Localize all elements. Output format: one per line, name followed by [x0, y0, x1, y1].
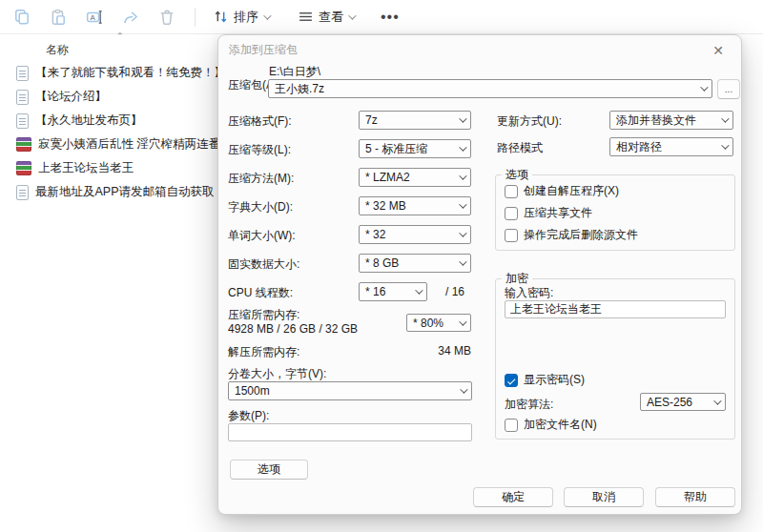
- word-size-select[interactable]: * 32: [359, 225, 471, 244]
- chevron-down-icon: [459, 143, 466, 151]
- encryption-method-label: 加密算法:: [505, 397, 553, 413]
- dictionary-select[interactable]: * 32 MB: [359, 196, 471, 215]
- file-list: 【来了就能下载和观看！纯免费！】 【论坛介绍】 【永久地址发布页】 寂寞小姨酒后…: [0, 61, 215, 204]
- show-password-checkbox[interactable]: 显示密码(S): [505, 372, 585, 388]
- list-item[interactable]: 最新地址及APP请发邮箱自动获取！！！: [0, 180, 215, 204]
- checkbox-icon[interactable]: [505, 374, 518, 387]
- level-select[interactable]: 5 - 标准压缩: [359, 139, 471, 158]
- level-label: 压缩等级(L):: [228, 142, 291, 158]
- sort-ascending-indicator: ⌃: [116, 31, 124, 41]
- compress-shared-checkbox[interactable]: 压缩共享文件: [505, 205, 592, 221]
- delete-icon[interactable]: [152, 4, 182, 31]
- chevron-down-icon: [721, 114, 729, 122]
- chevron-down-icon: [459, 317, 466, 325]
- update-mode-label: 更新方式(U):: [497, 113, 562, 130]
- sort-icon: [213, 9, 229, 25]
- path-mode-label: 路径模式: [497, 140, 543, 156]
- memory-decompress-label: 解压所需内存:: [228, 344, 299, 360]
- options-button[interactable]: 选项: [230, 460, 308, 480]
- solid-block-select[interactable]: * 8 GB: [359, 254, 471, 273]
- cpu-threads-label: CPU 线程数:: [228, 285, 293, 301]
- password-label: 输入密码:: [505, 285, 553, 301]
- list-item[interactable]: 上老王论坛当老王: [0, 156, 215, 180]
- list-item[interactable]: 【来了就能下载和观看！纯免费！】: [0, 61, 215, 85]
- delete-after-checkbox[interactable]: 操作完成后删除源文件: [505, 227, 638, 243]
- archive-name-combobox[interactable]: 王小姨.7z: [268, 79, 712, 98]
- volume-size-combobox[interactable]: 1500m: [228, 381, 472, 400]
- add-to-archive-dialog: 添加到压缩包 ✕ 压缩包(A) E:\白日梦\ 王小姨.7z ... 压缩格式(…: [217, 34, 742, 515]
- encryption-method-select[interactable]: AES-256: [640, 393, 726, 411]
- checkbox-icon[interactable]: [505, 229, 518, 242]
- toolbar-divider: [195, 8, 196, 27]
- method-select[interactable]: * LZMA2: [359, 168, 471, 187]
- checkbox-icon[interactable]: [505, 185, 518, 198]
- path-mode-select[interactable]: 相对路径: [609, 137, 733, 156]
- help-button[interactable]: 帮助: [655, 487, 735, 507]
- method-label: 压缩方法(M):: [228, 171, 294, 187]
- create-sfx-checkbox[interactable]: 创建自解压程序(X): [505, 183, 619, 199]
- archive-dir: E:\白日梦\: [269, 64, 320, 80]
- ok-button[interactable]: 确定: [473, 487, 553, 507]
- list-item[interactable]: 【论坛介绍】: [0, 85, 215, 109]
- memory-usage-select[interactable]: * 80%: [406, 314, 471, 332]
- solid-block-label: 固实数据大小:: [228, 256, 299, 273]
- explorer-toolbar: A 排序 查看 •••: [0, 0, 763, 34]
- chevron-down-icon: [721, 141, 729, 149]
- archive-file-icon: [16, 137, 31, 152]
- copy-icon[interactable]: [7, 4, 37, 31]
- view-icon: [298, 9, 314, 25]
- encrypt-filenames-checkbox[interactable]: 加密文件名(N): [505, 417, 597, 433]
- name-column-header[interactable]: 名称: [46, 42, 69, 58]
- sort-menu[interactable]: 排序: [205, 4, 277, 31]
- more-options-icon[interactable]: •••: [371, 9, 409, 26]
- chevron-down-icon: [459, 257, 466, 265]
- cpu-threads-select[interactable]: * 16: [359, 282, 427, 301]
- text-file-icon: [16, 113, 29, 129]
- chevron-down-icon: [460, 385, 467, 393]
- share-icon[interactable]: [115, 4, 146, 31]
- browse-button[interactable]: ...: [717, 79, 740, 99]
- format-label: 压缩格式(F):: [228, 113, 292, 130]
- svg-text:A: A: [91, 12, 96, 21]
- cancel-button[interactable]: 取消: [564, 487, 644, 507]
- text-file-icon: [16, 90, 29, 105]
- text-file-icon: [16, 66, 29, 81]
- volume-size-label: 分卷大小，字节(V):: [228, 366, 326, 382]
- sort-label: 排序: [234, 9, 258, 26]
- view-menu[interactable]: 查看: [290, 4, 361, 31]
- paste-icon[interactable]: [43, 4, 73, 31]
- checkbox-icon[interactable]: [505, 419, 518, 432]
- memory-decompress-value: 34 MB: [409, 344, 471, 358]
- chevron-down-icon: [459, 114, 466, 122]
- archive-file-icon: [16, 161, 31, 175]
- dictionary-label: 字典大小(D):: [228, 199, 293, 215]
- password-input[interactable]: [505, 300, 726, 318]
- list-item[interactable]: 【永久地址发布页】: [0, 109, 215, 133]
- chevron-down-icon: [415, 286, 423, 294]
- update-mode-select[interactable]: 添加并替换文件: [609, 111, 733, 130]
- text-file-icon: [16, 185, 29, 200]
- parameters-label: 参数(P):: [228, 408, 269, 424]
- memory-compress-detail: 4928 MB / 26 GB / 32 GB: [228, 322, 358, 336]
- chevron-down-icon: [459, 200, 466, 208]
- parameters-input[interactable]: [228, 423, 472, 441]
- format-select[interactable]: 7z: [359, 111, 471, 130]
- close-icon[interactable]: ✕: [707, 40, 730, 61]
- rename-icon[interactable]: A: [79, 4, 110, 31]
- checkbox-icon[interactable]: [505, 207, 518, 220]
- view-label: 查看: [319, 9, 343, 26]
- chevron-down-icon: [263, 11, 271, 19]
- chevron-down-icon: [700, 83, 708, 91]
- memory-compress-label: 压缩所需内存:: [228, 307, 299, 323]
- dialog-title: 添加到压缩包: [229, 42, 298, 58]
- chevron-down-icon: [459, 172, 466, 179]
- options-group-legend: 选项: [502, 167, 532, 183]
- chevron-down-icon: [348, 11, 356, 19]
- chevron-down-icon: [713, 397, 721, 404]
- list-item[interactable]: 寂寞小姨酒后乱性 淫穴榨精两连番: [0, 133, 215, 156]
- cpu-threads-max: / 16: [445, 285, 464, 298]
- word-size-label: 单词大小(W):: [228, 228, 296, 244]
- chevron-down-icon: [459, 229, 466, 236]
